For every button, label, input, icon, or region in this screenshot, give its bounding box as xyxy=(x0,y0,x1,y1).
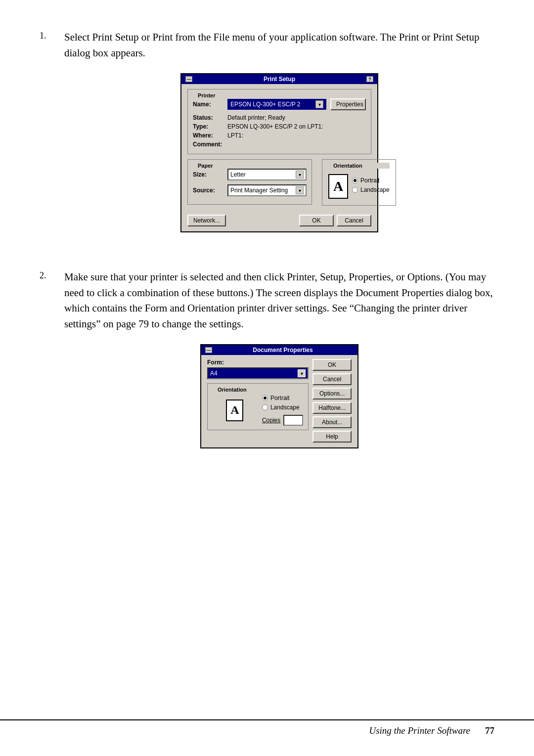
landscape-label: Landscape xyxy=(360,186,390,193)
doc-landscape-radio[interactable] xyxy=(262,404,268,410)
paper-section: Paper Size: Letter ▾ xyxy=(187,159,312,210)
doc-orientation-legend: Orientation xyxy=(216,387,303,393)
size-label: Size: xyxy=(193,171,227,178)
print-setup-title-text: Print Setup xyxy=(192,76,366,83)
portrait-label: Portrait xyxy=(360,177,380,184)
form-label: Form: xyxy=(207,359,309,366)
size-value: Letter xyxy=(230,171,246,178)
printer-section: Printer Name: EPSON LQ-300+ ESC/P 2 ▾ Pr… xyxy=(187,89,371,154)
doc-landscape-option[interactable]: Landscape xyxy=(262,404,303,411)
status-row: Status: Default printer; Ready xyxy=(193,114,366,121)
cancel-button[interactable]: Cancel xyxy=(337,215,371,226)
print-setup-dialog-container: — Print Setup ? Printer Name: EPSON LQ-3… xyxy=(64,73,494,232)
size-arrow[interactable]: ▾ xyxy=(296,171,304,178)
doc-props-system-menu[interactable]: — xyxy=(205,347,212,353)
printer-name-dropdown[interactable]: EPSON LQ-300+ ESC/P 2 ▾ xyxy=(227,99,326,110)
doc-help-button[interactable]: Help xyxy=(312,431,352,443)
where-value: LPT1: xyxy=(227,132,243,139)
size-dropdown[interactable]: Letter ▾ xyxy=(227,169,307,180)
where-label: Where: xyxy=(193,132,227,139)
type-value: EPSON LQ-300+ ESC/P 2 on LPT1: xyxy=(227,123,323,130)
orientation-fieldset: Orientation A Portrait xyxy=(322,159,396,206)
doc-ok-button[interactable]: OK xyxy=(312,359,352,371)
printer-name-row: Name: EPSON LQ-300+ ESC/P 2 ▾ Properties xyxy=(193,98,366,110)
doc-props-left: Form: A4 ▾ Orientation A xyxy=(207,359,309,443)
a4-arrow[interactable]: ▾ xyxy=(298,369,306,377)
portrait-radio[interactable] xyxy=(352,178,358,183)
landscape-radio[interactable] xyxy=(352,187,358,193)
source-arrow[interactable]: ▾ xyxy=(296,186,304,194)
step-1: 1. Select Print Setup or Print from the … xyxy=(40,30,494,250)
print-setup-dialog: — Print Setup ? Printer Name: EPSON LQ-3… xyxy=(180,73,378,232)
printer-name-arrow[interactable]: ▾ xyxy=(315,100,323,108)
orientation-section: Orientation A Portrait xyxy=(322,159,396,206)
doc-portrait-radio[interactable] xyxy=(262,395,268,401)
step-2: 2. Make sure that your printer is select… xyxy=(40,269,494,466)
form-value: A4 xyxy=(210,370,218,377)
doc-props-dialog-container: — Document Properties Form: A4 ▾ xyxy=(64,344,494,448)
ok-button[interactable]: OK xyxy=(299,215,334,226)
doc-orientation-icon: A xyxy=(226,400,243,421)
doc-portrait-option[interactable]: Portrait xyxy=(262,395,303,401)
portrait-option[interactable]: Portrait xyxy=(352,177,390,184)
step-2-text: Make sure that your printer is selected … xyxy=(64,269,494,332)
source-value: Print Manager Setting xyxy=(230,187,288,194)
type-label: Type: xyxy=(193,123,227,130)
name-label: Name: xyxy=(193,101,227,108)
status-label: Status: xyxy=(193,114,227,121)
comment-label: Comment: xyxy=(193,141,227,148)
bottom-button-row: Network... OK Cancel xyxy=(187,215,371,226)
comment-row: Comment: xyxy=(193,141,366,148)
doc-orientation-fieldset: Orientation A Portrait xyxy=(207,383,309,430)
step-2-number: 2. xyxy=(40,269,64,466)
doc-props-body: Form: A4 ▾ Orientation A xyxy=(201,355,357,447)
ok-cancel-group: OK Cancel xyxy=(299,215,371,226)
step-1-number: 1. xyxy=(40,30,64,250)
doc-props-title-bar: — Document Properties xyxy=(201,345,357,355)
orientation-icon: A xyxy=(328,174,348,199)
doc-halftone-button[interactable]: Halftone... xyxy=(312,402,352,414)
dialog-system-menu[interactable]: — xyxy=(185,76,192,82)
print-setup-title-bar: — Print Setup ? xyxy=(181,74,377,84)
doc-about-button[interactable]: About... xyxy=(312,416,352,428)
orientation-legend: Orientation xyxy=(331,163,390,169)
status-value: Default printer; Ready xyxy=(227,114,285,121)
paper-orientation-layout: Paper Size: Letter ▾ xyxy=(187,159,371,210)
step-1-text: Select Print Setup or Print from the Fil… xyxy=(64,30,494,61)
landscape-option[interactable]: Landscape xyxy=(352,186,390,193)
source-row: Source: Print Manager Setting ▾ xyxy=(193,184,307,196)
network-button[interactable]: Network... xyxy=(187,215,226,226)
paper-legend: Paper xyxy=(196,163,307,169)
where-row: Where: LPT1: xyxy=(193,132,366,139)
printer-name-value: EPSON LQ-300+ ESC/P 2 xyxy=(230,101,301,108)
printer-legend: Printer xyxy=(196,92,366,98)
doc-props-title-text: Document Properties xyxy=(212,347,354,354)
source-label: Source: xyxy=(193,187,227,194)
properties-button[interactable]: Properties xyxy=(330,98,366,110)
type-row: Type: EPSON LQ-300+ ESC/P 2 on LPT1: xyxy=(193,123,366,130)
a4-dropdown[interactable]: A4 ▾ xyxy=(207,367,309,379)
copies-input[interactable] xyxy=(283,415,303,426)
footer-page-number: 77 xyxy=(485,725,494,736)
doc-portrait-label: Portrait xyxy=(270,395,290,401)
source-dropdown[interactable]: Print Manager Setting ▾ xyxy=(227,184,307,196)
doc-options-button[interactable]: Options... xyxy=(312,388,352,400)
copies-label: Copies xyxy=(262,417,280,424)
paper-fieldset: Paper Size: Letter ▾ xyxy=(187,159,312,205)
page-footer: Using the Printer Software 77 xyxy=(0,719,534,736)
print-setup-body: Printer Name: EPSON LQ-300+ ESC/P 2 ▾ Pr… xyxy=(181,84,377,231)
doc-props-buttons: OK Cancel Options... Halftone... About..… xyxy=(312,359,352,443)
size-row: Size: Letter ▾ xyxy=(193,169,307,180)
doc-cancel-button[interactable]: Cancel xyxy=(312,373,352,385)
footer-text: Using the Printer Software xyxy=(369,725,470,736)
dialog-help-button[interactable]: ? xyxy=(366,76,373,82)
doc-landscape-label: Landscape xyxy=(270,404,300,411)
doc-props-dialog: — Document Properties Form: A4 ▾ xyxy=(200,344,358,448)
